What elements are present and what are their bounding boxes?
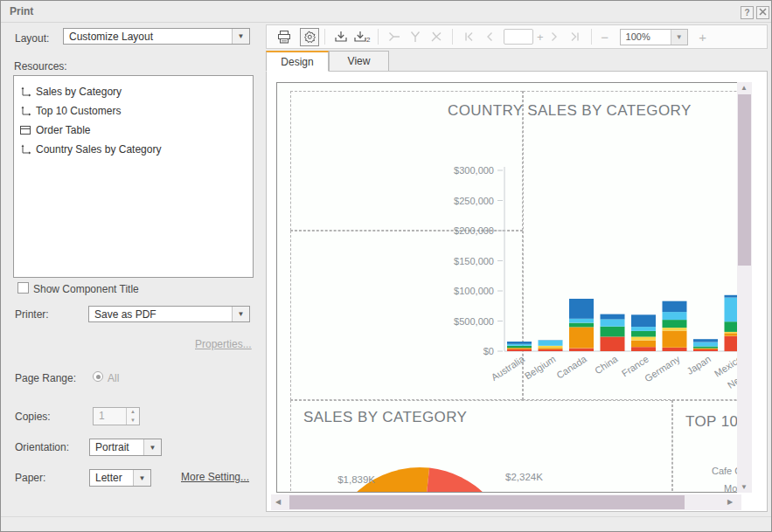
resources-listbox[interactable]: Sales by Category Top 10 Customers Order… bbox=[13, 75, 254, 278]
plus-icon: + bbox=[699, 30, 706, 45]
page-number-input[interactable] bbox=[504, 29, 533, 45]
page-range-all-radio[interactable] bbox=[93, 371, 103, 382]
chevron-left-icon bbox=[483, 31, 496, 43]
spin-up-icon[interactable]: ▲ bbox=[127, 408, 139, 417]
chart-axes-icon bbox=[19, 105, 31, 117]
show-component-title-label: Show Component Title bbox=[33, 283, 139, 295]
scroll-down-icon[interactable]: ▼ bbox=[741, 484, 748, 491]
scroll-up-icon[interactable]: ▲ bbox=[741, 85, 748, 92]
first-page-icon bbox=[463, 31, 475, 43]
top10-title: TOP 10 bbox=[685, 413, 738, 431]
copies-label: Copies: bbox=[15, 411, 51, 423]
spin-down-icon[interactable]: ▼ bbox=[127, 417, 139, 425]
properties-link[interactable]: Properties... bbox=[195, 338, 252, 350]
chevron-down-icon: ▼ bbox=[232, 29, 249, 44]
copies-spin-buttons[interactable]: ▲ ▼ bbox=[126, 408, 139, 425]
orientation-dropdown-value: Portrait bbox=[90, 441, 143, 453]
chart-axes-icon bbox=[19, 143, 31, 155]
layout-region-top-left-lower[interactable] bbox=[290, 231, 523, 400]
tab-view[interactable]: View bbox=[329, 51, 389, 72]
merge-up-icon bbox=[407, 29, 423, 45]
toolbar-separator bbox=[452, 29, 453, 45]
preview-canvas: COUNTRY SALES BY CATEGORY SALES BY CATEG… bbox=[266, 71, 768, 512]
zoom-out-button[interactable]: − bbox=[597, 27, 613, 46]
copies-stepper[interactable]: 1 ▲ ▼ bbox=[93, 407, 140, 425]
close-icon bbox=[759, 8, 767, 16]
resources-label: Resources: bbox=[14, 60, 67, 73]
toolbar-separator bbox=[591, 29, 592, 45]
next-page-button[interactable] bbox=[544, 27, 565, 46]
resource-item[interactable]: Top 10 Customers bbox=[14, 101, 253, 121]
export-all-button[interactable]: 2 bbox=[351, 27, 372, 46]
previous-page-button[interactable] bbox=[479, 27, 500, 46]
printer-dropdown[interactable]: Save as PDF ▼ bbox=[88, 306, 250, 322]
svg-text:2: 2 bbox=[366, 36, 371, 44]
table-icon bbox=[19, 124, 31, 136]
printer-icon bbox=[276, 29, 292, 45]
print-button[interactable] bbox=[274, 27, 295, 46]
printer-dropdown-value: Save as PDF bbox=[89, 308, 232, 321]
scroll-left-icon[interactable]: ◀ bbox=[275, 499, 281, 506]
tab-design-label: Design bbox=[281, 56, 313, 68]
split-left-icon bbox=[386, 29, 402, 45]
help-button[interactable]: ? bbox=[741, 6, 754, 19]
chevron-down-icon: ▼ bbox=[232, 307, 249, 321]
copies-value: 1 bbox=[94, 408, 126, 425]
last-page-button[interactable] bbox=[565, 27, 586, 46]
horizontal-scrollbar[interactable]: ◀ ▶ bbox=[271, 494, 741, 510]
last-page-icon bbox=[569, 31, 581, 43]
split-horizontal-button[interactable] bbox=[384, 27, 405, 46]
merge-up-button[interactable] bbox=[405, 27, 426, 46]
branch-button[interactable] bbox=[426, 27, 447, 46]
close-button[interactable] bbox=[756, 6, 769, 19]
print-dialog: Print ? Layout: Customize Layout ▼ Resou… bbox=[0, 0, 772, 532]
chart-axes-icon bbox=[19, 86, 31, 98]
preview-toolbar: 2 + bbox=[266, 24, 768, 49]
branch-icon bbox=[428, 29, 444, 45]
resource-item[interactable]: Sales by Category bbox=[14, 82, 253, 101]
chevron-down-icon: ▼ bbox=[671, 30, 687, 45]
first-page-button[interactable] bbox=[458, 27, 479, 46]
top10-row-text: Mo bbox=[724, 483, 737, 493]
zoom-level-value: 100% bbox=[621, 31, 671, 42]
vertical-scrollbar-thumb[interactable] bbox=[738, 94, 751, 266]
more-setting-link[interactable]: More Setting... bbox=[181, 471, 249, 483]
zoom-level-dropdown[interactable]: 100% ▼ bbox=[620, 29, 688, 45]
paper-label: Paper: bbox=[15, 472, 45, 484]
orientation-dropdown[interactable]: Portrait ▼ bbox=[89, 439, 162, 456]
layout-label: Layout: bbox=[15, 32, 49, 45]
printer-label: Printer: bbox=[15, 308, 49, 321]
show-component-title-checkbox[interactable] bbox=[17, 282, 29, 294]
resource-item-label: Top 10 Customers bbox=[36, 105, 121, 117]
tab-view-label: View bbox=[348, 55, 371, 67]
page-range-label: Page Range: bbox=[15, 372, 76, 384]
country-sales-chart-title: COUNTRY SALES BY CATEGORY bbox=[448, 102, 692, 120]
resource-item-label: Country Sales by Category bbox=[36, 143, 161, 155]
paper-dropdown[interactable]: Letter ▼ bbox=[89, 469, 151, 487]
download-icon bbox=[333, 29, 349, 45]
minus-icon: − bbox=[601, 30, 609, 45]
resource-item-label: Sales by Category bbox=[36, 86, 122, 98]
horizontal-scrollbar-thumb[interactable] bbox=[289, 495, 685, 509]
tab-design[interactable]: Design bbox=[266, 51, 329, 72]
bottom-divider bbox=[1, 516, 772, 517]
paper-dropdown-value: Letter bbox=[90, 472, 133, 484]
zoom-in-button[interactable]: + bbox=[695, 27, 711, 46]
layout-dropdown[interactable]: Customize Layout ▼ bbox=[63, 28, 250, 45]
download-2-icon: 2 bbox=[353, 29, 371, 45]
resource-item[interactable]: Country Sales by Category bbox=[14, 140, 253, 159]
preview-page[interactable]: COUNTRY SALES BY CATEGORY SALES BY CATEG… bbox=[276, 82, 741, 493]
resource-item[interactable]: Order Table bbox=[14, 121, 253, 140]
scroll-right-icon[interactable]: ▶ bbox=[727, 499, 733, 506]
layout-region-country-sales[interactable] bbox=[523, 91, 741, 400]
chevron-right-icon bbox=[548, 31, 560, 43]
titlebar-divider bbox=[1, 22, 772, 23]
sales-by-category-title: SALES BY CATEGORY bbox=[303, 409, 467, 426]
chevron-down-icon: ▼ bbox=[133, 470, 150, 486]
vertical-scrollbar[interactable]: ▲ ▼ bbox=[737, 82, 752, 493]
toolbar-separator bbox=[378, 29, 379, 45]
export-button[interactable] bbox=[330, 27, 351, 46]
resource-item-label: Order Table bbox=[36, 124, 90, 136]
dialog-title: Print bbox=[10, 5, 33, 17]
print-settings-button[interactable] bbox=[300, 28, 319, 46]
